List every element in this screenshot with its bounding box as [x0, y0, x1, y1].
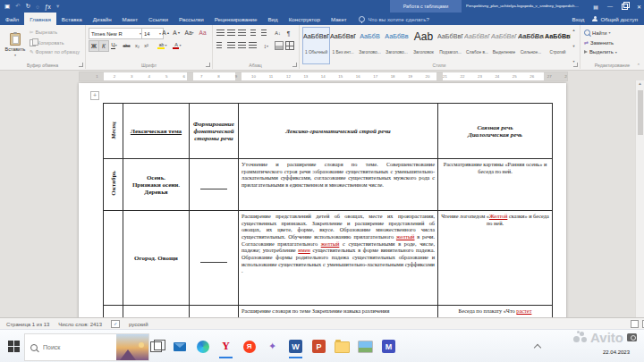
style-normal[interactable]: АаБбВвГг 1 Обычный — [302, 27, 330, 64]
sign-in-link[interactable]: Вход — [572, 16, 584, 22]
yandex-start-icon[interactable]: Y — [218, 339, 233, 354]
align-left-button[interactable] — [216, 41, 225, 50]
undo-icon[interactable]: ↶ — [15, 3, 20, 10]
minimize-icon[interactable]: — — [607, 4, 613, 9]
cell-month-empty[interactable] — [104, 211, 123, 306]
tab-view[interactable]: Вид — [262, 13, 283, 25]
word-count[interactable]: Число слов: 2413 — [58, 322, 102, 327]
vertical-scrollbar[interactable]: ▲ — [635, 80, 644, 317]
cell-phonetics-row2[interactable] — [190, 211, 239, 306]
tab-references[interactable]: Ссылки — [143, 13, 174, 25]
redo-icon[interactable]: ↻ — [26, 3, 30, 10]
grow-font-button[interactable]: А▲ — [161, 28, 171, 38]
decrease-indent-button[interactable] — [250, 29, 259, 38]
clipboard-dialog-launcher-icon[interactable] — [79, 63, 83, 67]
proofing-icon[interactable]: ✓ — [111, 320, 120, 328]
cell-phonetics-row3[interactable] — [190, 306, 239, 318]
tab-mailings[interactable]: Рассылки — [174, 13, 209, 25]
sparkle-app-icon[interactable]: ✦ — [265, 339, 280, 354]
multilevel-list-button[interactable] — [237, 29, 247, 38]
photos-app-icon[interactable] — [358, 339, 373, 354]
styles-scroll-down-icon[interactable]: ▼ — [572, 44, 576, 48]
show-marks-button[interactable]: ¶ — [284, 29, 292, 38]
styles-dialog-launcher-icon[interactable] — [573, 63, 578, 67]
clear-formatting-button[interactable]: Аа — [197, 28, 208, 38]
justify-button[interactable] — [248, 41, 258, 50]
align-center-button[interactable] — [226, 41, 236, 50]
header-speech[interactable]: Связная речь Диалогическая речь — [438, 104, 553, 159]
powerpoint-app-icon[interactable]: P — [311, 339, 326, 354]
share-button[interactable]: Общий доступ — [592, 16, 638, 22]
tab-design[interactable]: Дизайн — [88, 13, 117, 25]
header-phonetics[interactable]: Формирование фонетической стороны речи — [190, 104, 239, 159]
edge-browser-icon[interactable] — [195, 339, 210, 354]
format-painter-button[interactable]: ✎ Формат по образцу — [30, 49, 80, 55]
borders-button[interactable] — [284, 41, 294, 50]
bullets-button[interactable] — [216, 29, 225, 38]
taskbar-date[interactable]: 22.04.2023 — [603, 349, 630, 355]
cell-speech-row3[interactable]: Беседа по плакату «Что растет — [438, 306, 553, 318]
paste-button[interactable]: Вставить ▾ — [4, 27, 27, 63]
style-subtitle[interactable]: АаБбВвГ Подзагол... — [436, 27, 464, 64]
highlight-color-button[interactable]: ab ▾ — [156, 40, 169, 50]
table-move-handle[interactable]: + — [90, 91, 99, 100]
header-month[interactable]: Месяц — [104, 104, 123, 159]
save-icon[interactable]: ▣ — [4, 3, 10, 10]
shading-button[interactable] — [274, 41, 284, 50]
restore-icon[interactable] — [622, 4, 628, 10]
paragraph-dialog-launcher-icon[interactable] — [292, 63, 297, 67]
cell-topic-row3[interactable] — [123, 306, 190, 318]
cell-topic-vegetables[interactable]: Огород. Овощи — [123, 211, 190, 306]
find-button[interactable]: Найти ▾ — [584, 29, 611, 36]
increase-indent-button[interactable] — [260, 29, 270, 38]
task-view-icon[interactable] — [150, 341, 162, 352]
cell-speech-row2[interactable]: Чтение логопедом «Желтой сказки» и бесед… — [438, 211, 553, 306]
tab-home[interactable]: Главная — [24, 13, 56, 25]
line-spacing-button[interactable]: ↕▾ — [260, 41, 272, 50]
m-app-icon[interactable]: M — [381, 339, 396, 354]
yandex-browser-icon[interactable]: Я — [242, 339, 257, 354]
style-intense-emphasis[interactable]: АаБбВвГг Сильное... — [517, 27, 545, 64]
cell-topic-autumn[interactable]: Осень. Признаки осени. Деревья — [123, 159, 190, 211]
style-emphasis[interactable]: АаБбВвГг Выделение — [490, 27, 518, 64]
cell-speech-row1[interactable]: Рассматривание картины «Ранняя осень» и … — [438, 159, 553, 211]
search-input[interactable] — [41, 343, 97, 351]
cell-phonetics-row1[interactable] — [190, 159, 239, 211]
align-right-button[interactable] — [237, 41, 247, 50]
tab-insert[interactable]: Вставка — [56, 13, 88, 25]
tab-layout[interactable]: Макет — [117, 13, 144, 25]
style-title[interactable]: Aab Заголовок — [410, 27, 437, 64]
superscript-button[interactable]: x² — [142, 40, 150, 50]
cell-lexgram-row2[interactable]: Расширение представлений детей об овощах… — [239, 211, 438, 306]
fx-icon[interactable]: ƒx — [45, 4, 51, 10]
styles-scroll-up-icon[interactable]: ▲ — [572, 28, 576, 32]
font-family-combobox[interactable]: Times New R ▾ — [89, 28, 144, 39]
subscript-button[interactable]: x₂ — [133, 40, 141, 50]
tab-file[interactable]: Файл — [0, 13, 24, 25]
collapse-ribbon-icon[interactable]: ⌃ — [637, 63, 640, 68]
news-weather-widget[interactable] — [116, 334, 148, 360]
shrink-font-button[interactable]: А▼ — [172, 28, 182, 38]
ribbon-display-options-icon[interactable]: ▤ — [593, 4, 598, 10]
scrollbar-thumb[interactable] — [638, 90, 643, 135]
page-indicator[interactable]: Страница 1 из 13 — [6, 322, 49, 327]
style-subtle-emphasis[interactable]: АаБбВвГг Слабое в... — [463, 27, 491, 64]
file-explorer-icon[interactable] — [335, 339, 350, 354]
start-button[interactable] — [8, 341, 20, 352]
tab-table-layout[interactable]: Макет — [326, 13, 352, 25]
cell-lexgram-row3[interactable]: Расширение словаря по теме Закрепление н… — [239, 306, 438, 318]
style-no-spacing[interactable]: АаБбВвГг 1 Без инт... — [329, 27, 357, 64]
cell-lexgram-row1[interactable]: Уточнение и расширение словаря по теме. … — [239, 159, 438, 211]
tell-me-box[interactable]: Что вы хотите сделать? — [359, 13, 428, 25]
numbering-button[interactable] — [226, 29, 236, 38]
strikethrough-button[interactable]: abc — [121, 40, 132, 50]
qat-customize-caret-icon[interactable]: ▾ — [56, 3, 59, 10]
cell-month-empty2[interactable] — [104, 306, 123, 318]
font-color-button[interactable]: А ▾ — [171, 40, 183, 50]
select-button[interactable]: Выделить ▾ — [584, 49, 617, 55]
cut-button[interactable]: ✂ Вырезать — [30, 29, 57, 35]
mail-app-icon[interactable] — [172, 339, 187, 354]
scroll-up-icon[interactable]: ▲ — [636, 81, 644, 86]
style-strong[interactable]: АаБбВвГг Строгий — [544, 27, 572, 64]
header-lexgram[interactable]: Лексико-грамматический строй речи — [239, 104, 438, 159]
